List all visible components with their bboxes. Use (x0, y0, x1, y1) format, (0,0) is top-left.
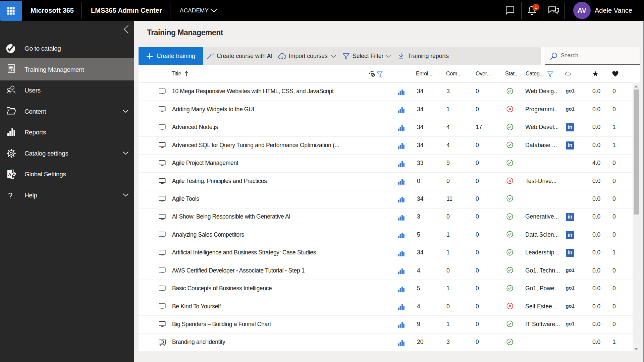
svg-text:A: A (8, 172, 11, 177)
